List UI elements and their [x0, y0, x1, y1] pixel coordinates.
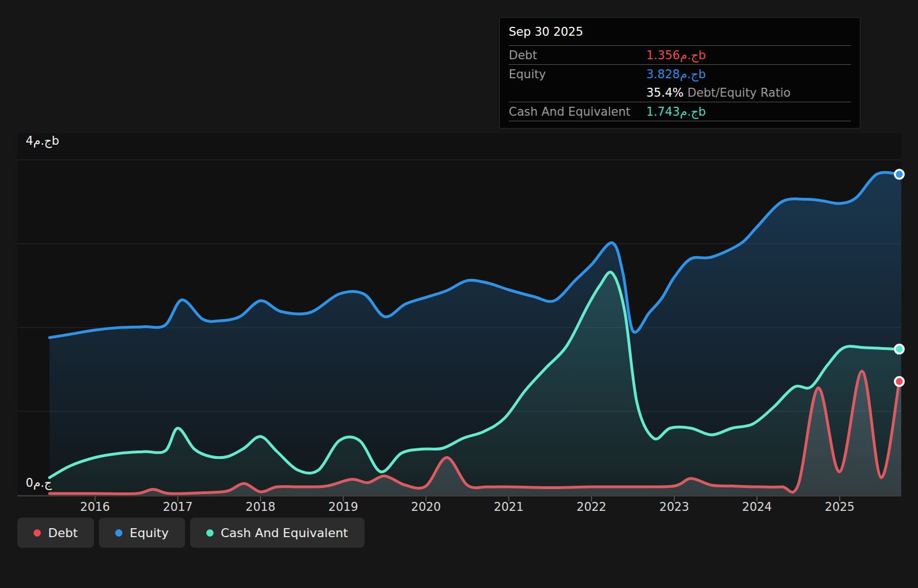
tooltip-row-debt: Debt 1.356ج.مb: [509, 46, 851, 65]
equity-endpoint-marker: [895, 170, 904, 179]
y-axis-label-zero: 0ج.م: [26, 476, 52, 490]
x-tick-label: 2017: [153, 500, 203, 514]
tooltip-debt-value: 1.356ج.مb: [646, 49, 706, 62]
x-tick-label: 2016: [70, 500, 120, 514]
tooltip-cash-label: Cash And Equivalent: [509, 105, 646, 118]
x-tick-label: 2018: [235, 500, 286, 514]
x-tick-label: 2022: [566, 500, 617, 514]
tooltip-ratio-percent: 35.4%: [646, 86, 684, 99]
x-tick-label: 2020: [401, 500, 451, 514]
tooltip-ratio: 35.4% Debt/Equity Ratio: [646, 86, 791, 99]
tooltip-debt-label: Debt: [509, 49, 646, 62]
legend-debt-label: Debt: [48, 526, 78, 540]
x-tick-label: 2023: [649, 500, 699, 514]
cash-and-equivalent-endpoint-marker: [895, 345, 904, 354]
legend-cash-label: Cash And Equivalent: [221, 526, 348, 540]
tooltip-row-cash: Cash And Equivalent 1.743ج.مb: [509, 102, 851, 121]
tooltip-row-equity: Equity 3.828ج.مb: [509, 65, 851, 83]
tooltip-row-ratio: 35.4% Debt/Equity Ratio: [509, 83, 851, 102]
tooltip: Sep 30 2025 Debt 1.356ج.مb Equity 3.828ج…: [499, 17, 860, 129]
x-tick-label: 2021: [484, 500, 534, 514]
legend-item-debt[interactable]: Debt: [17, 518, 94, 548]
legend-equity-label: Equity: [130, 526, 169, 540]
x-tick-label: 2019: [318, 500, 368, 514]
debt-equity-history-chart: 4ج.مb 0ج.م 20162017201820192020202120222…: [0, 0, 918, 588]
tooltip-equity-value: 3.828ج.مb: [646, 68, 706, 81]
legend-item-cash[interactable]: Cash And Equivalent: [190, 518, 365, 548]
debt-endpoint-marker: [895, 377, 904, 386]
tooltip-equity-label: Equity: [509, 68, 646, 81]
equity-dot-icon: [115, 529, 122, 537]
y-axis-label-max: 4ج.مb: [26, 134, 59, 148]
legend: Debt Equity Cash And Equivalent: [17, 518, 365, 548]
tooltip-ratio-label: Debt/Equity Ratio: [687, 86, 791, 99]
tooltip-cash-value: 1.743ج.مb: [646, 105, 706, 118]
cash-dot-icon: [206, 529, 214, 537]
x-tick-label: 2025: [815, 500, 865, 514]
legend-item-equity[interactable]: Equity: [99, 518, 185, 548]
tooltip-date: Sep 30 2025: [509, 18, 851, 46]
x-tick-label: 2024: [732, 500, 782, 514]
debt-dot-icon: [34, 529, 41, 537]
